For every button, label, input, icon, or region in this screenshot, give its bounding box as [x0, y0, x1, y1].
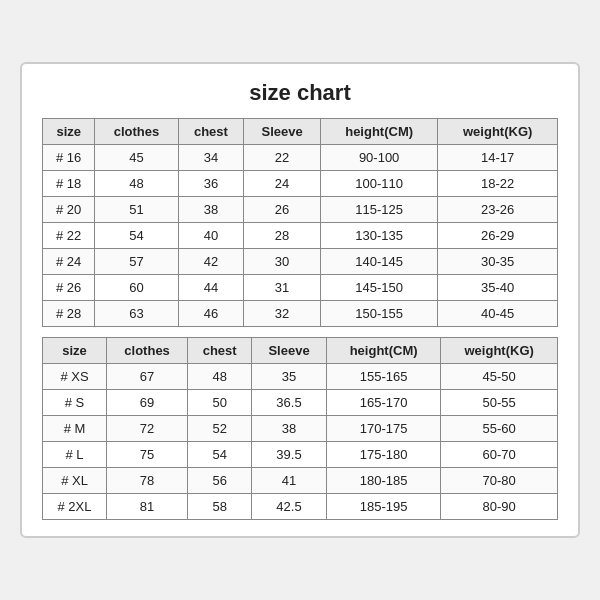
table-cell: 69	[107, 390, 188, 416]
table-cell: 38	[252, 416, 327, 442]
table-cell: # 28	[43, 301, 95, 327]
table-cell: 35	[252, 364, 327, 390]
table1-header-cell: weight(KG)	[438, 119, 558, 145]
table-cell: 52	[188, 416, 252, 442]
table-row: # S695036.5165-17050-55	[43, 390, 558, 416]
table1-header-row: sizeclotheschestSleeveheight(CM)weight(K…	[43, 119, 558, 145]
table-cell: 40	[178, 223, 244, 249]
table-cell: 57	[95, 249, 178, 275]
table-cell: 32	[244, 301, 321, 327]
table-cell: 155-165	[326, 364, 440, 390]
table-cell: 18-22	[438, 171, 558, 197]
table-cell: 75	[107, 442, 188, 468]
table-row: # XS674835155-16545-50	[43, 364, 558, 390]
table1-header: sizeclotheschestSleeveheight(CM)weight(K…	[43, 119, 558, 145]
table-cell: 54	[95, 223, 178, 249]
table-cell: 81	[107, 494, 188, 520]
table-cell: 41	[252, 468, 327, 494]
table-cell: 48	[188, 364, 252, 390]
table-cell: # 22	[43, 223, 95, 249]
table-cell: 39.5	[252, 442, 327, 468]
size-table-1: sizeclotheschestSleeveheight(CM)weight(K…	[42, 118, 558, 327]
table2-header-row: sizeclotheschestSleeveheight(CM)weight(K…	[43, 338, 558, 364]
table-row: # M725238170-17555-60	[43, 416, 558, 442]
table-cell: 55-60	[441, 416, 558, 442]
table-cell: # 16	[43, 145, 95, 171]
table-row: # 2XL815842.5185-19580-90	[43, 494, 558, 520]
table1-body: # 1645342290-10014-17# 18483624100-11018…	[43, 145, 558, 327]
table-cell: # M	[43, 416, 107, 442]
table2-header-cell: chest	[188, 338, 252, 364]
table-cell: 90-100	[320, 145, 437, 171]
table-cell: 26	[244, 197, 321, 223]
table-cell: 145-150	[320, 275, 437, 301]
table-row: # 22544028130-13526-29	[43, 223, 558, 249]
table2-body: # XS674835155-16545-50# S695036.5165-170…	[43, 364, 558, 520]
table-cell: 78	[107, 468, 188, 494]
table2-header-cell: Sleeve	[252, 338, 327, 364]
table-cell: 115-125	[320, 197, 437, 223]
table-cell: 42	[178, 249, 244, 275]
table-cell: 45-50	[441, 364, 558, 390]
table-cell: 60	[95, 275, 178, 301]
table-cell: 42.5	[252, 494, 327, 520]
table-cell: 38	[178, 197, 244, 223]
table1-header-cell: height(CM)	[320, 119, 437, 145]
table-cell: 30-35	[438, 249, 558, 275]
table-cell: 72	[107, 416, 188, 442]
table-cell: 23-26	[438, 197, 558, 223]
table2-header-cell: weight(KG)	[441, 338, 558, 364]
table-cell: 56	[188, 468, 252, 494]
table-cell: 180-185	[326, 468, 440, 494]
table-cell: # 26	[43, 275, 95, 301]
section-gap	[42, 327, 558, 337]
table-cell: 34	[178, 145, 244, 171]
table-cell: 14-17	[438, 145, 558, 171]
table1-header-cell: Sleeve	[244, 119, 321, 145]
table-cell: 50	[188, 390, 252, 416]
table2-header: sizeclotheschestSleeveheight(CM)weight(K…	[43, 338, 558, 364]
table1-header-cell: chest	[178, 119, 244, 145]
table-row: # L755439.5175-18060-70	[43, 442, 558, 468]
table-cell: 80-90	[441, 494, 558, 520]
table-cell: 100-110	[320, 171, 437, 197]
table-cell: 67	[107, 364, 188, 390]
table-cell: 170-175	[326, 416, 440, 442]
table1-header-cell: size	[43, 119, 95, 145]
table-row: # 24574230140-14530-35	[43, 249, 558, 275]
table-cell: 31	[244, 275, 321, 301]
chart-title: size chart	[42, 80, 558, 106]
table-cell: 175-180	[326, 442, 440, 468]
table-cell: 185-195	[326, 494, 440, 520]
table-cell: 26-29	[438, 223, 558, 249]
table-cell: # S	[43, 390, 107, 416]
size-chart-card: size chart sizeclotheschestSleeveheight(…	[20, 62, 580, 538]
table-cell: # 24	[43, 249, 95, 275]
table1-header-cell: clothes	[95, 119, 178, 145]
table-cell: 130-135	[320, 223, 437, 249]
table-cell: 22	[244, 145, 321, 171]
table-cell: # XL	[43, 468, 107, 494]
table-row: # 20513826115-12523-26	[43, 197, 558, 223]
table-cell: 40-45	[438, 301, 558, 327]
table-row: # XL785641180-18570-80	[43, 468, 558, 494]
table-cell: # 18	[43, 171, 95, 197]
table-cell: 140-145	[320, 249, 437, 275]
table-cell: 165-170	[326, 390, 440, 416]
size-table-2: sizeclotheschestSleeveheight(CM)weight(K…	[42, 337, 558, 520]
table-cell: # 2XL	[43, 494, 107, 520]
table2-header-cell: height(CM)	[326, 338, 440, 364]
table-cell: 36	[178, 171, 244, 197]
table-cell: 54	[188, 442, 252, 468]
table-cell: # XS	[43, 364, 107, 390]
table-cell: 28	[244, 223, 321, 249]
table-cell: # 20	[43, 197, 95, 223]
table-cell: 63	[95, 301, 178, 327]
table-cell: 24	[244, 171, 321, 197]
table-cell: 35-40	[438, 275, 558, 301]
table-cell: 44	[178, 275, 244, 301]
table2-header-cell: clothes	[107, 338, 188, 364]
table-cell: 50-55	[441, 390, 558, 416]
table-cell: 60-70	[441, 442, 558, 468]
table-cell: 70-80	[441, 468, 558, 494]
